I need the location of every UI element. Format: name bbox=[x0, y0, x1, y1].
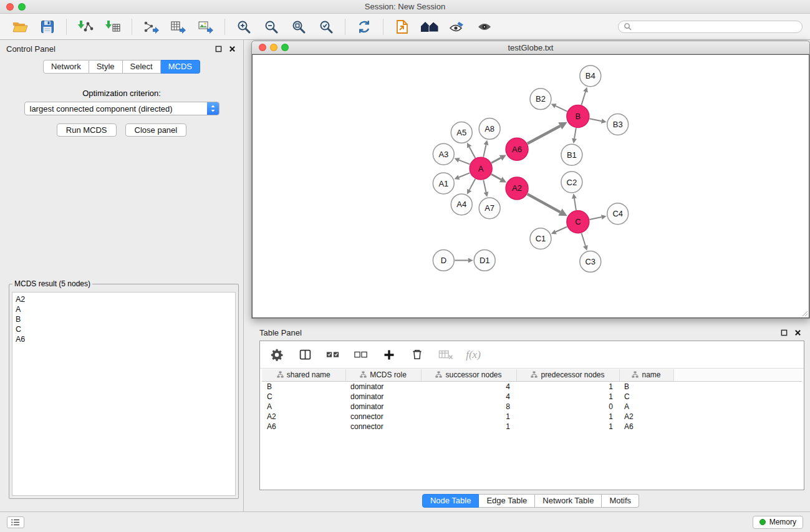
float-panel-icon[interactable] bbox=[214, 44, 223, 54]
table-row[interactable]: Adominator80A bbox=[262, 402, 802, 412]
mcds-result-item[interactable]: C bbox=[16, 324, 232, 334]
open-session-button[interactable] bbox=[6, 16, 34, 37]
table-settings-button[interactable] bbox=[268, 346, 286, 364]
network-canvas[interactable]: B4B2BB3A5A8A6B1A3AC2A1A2A4A7C1CC4C3DD1 bbox=[252, 54, 809, 318]
close-table-panel-icon[interactable] bbox=[793, 328, 803, 337]
zoom-in-button[interactable] bbox=[230, 16, 258, 37]
table-cell[interactable]: 0 bbox=[516, 402, 619, 412]
criterion-dropdown[interactable]: largest connected component (directed) bbox=[24, 102, 219, 115]
table-cell[interactable]: 4 bbox=[421, 381, 516, 392]
table-row[interactable]: A6connector11A6 bbox=[262, 422, 802, 432]
graph-edge-A-A7[interactable] bbox=[483, 180, 486, 192]
table-cell[interactable]: dominator bbox=[345, 392, 421, 402]
mcds-result-item[interactable]: A bbox=[16, 304, 232, 314]
graph-edge-A-A5[interactable] bbox=[470, 147, 476, 158]
graph-edge-C-C1[interactable] bbox=[556, 226, 567, 231]
table-cell[interactable]: 1 bbox=[516, 412, 619, 422]
table-cell[interactable]: 4 bbox=[421, 392, 516, 402]
graph-edge-A-A3[interactable] bbox=[459, 160, 470, 165]
mcds-result-list[interactable]: A2ABCA6 bbox=[12, 292, 236, 496]
import-table-button[interactable] bbox=[99, 16, 127, 37]
tab-select[interactable]: Select bbox=[123, 60, 161, 74]
tab-motifs[interactable]: Motifs bbox=[602, 494, 639, 508]
table-row[interactable]: Cdominator41C bbox=[262, 392, 802, 402]
tab-network[interactable]: Network bbox=[43, 60, 89, 74]
export-network-button[interactable] bbox=[137, 16, 165, 37]
table-cell[interactable]: dominator bbox=[345, 402, 421, 412]
table-cell[interactable]: 1 bbox=[516, 381, 619, 392]
table-cell[interactable]: 8 bbox=[421, 402, 516, 412]
graph-edge-A-A4[interactable] bbox=[470, 179, 476, 190]
export-image-button[interactable] bbox=[192, 16, 219, 37]
resize-grip-icon[interactable] bbox=[801, 309, 808, 317]
annotation-mode-button[interactable] bbox=[443, 16, 471, 37]
table-cell[interactable]: connector bbox=[345, 412, 421, 422]
memory-button[interactable]: Memory bbox=[753, 516, 803, 529]
zoom-out-button[interactable] bbox=[258, 16, 285, 37]
table-cell[interactable]: A2 bbox=[619, 412, 673, 422]
column-header-MCDS-role[interactable]: MCDS role bbox=[345, 369, 421, 381]
mcds-result-item[interactable]: A2 bbox=[16, 294, 232, 304]
graph-edge-A-A1[interactable] bbox=[459, 173, 470, 177]
table-cell[interactable]: A6 bbox=[262, 422, 345, 432]
zoom-selected-button[interactable] bbox=[312, 16, 340, 37]
delete-column-button[interactable] bbox=[408, 346, 427, 364]
column-header-shared-name[interactable]: shared name bbox=[262, 369, 345, 381]
table-cell[interactable]: 1 bbox=[516, 392, 619, 402]
table-cell[interactable]: B bbox=[262, 381, 345, 392]
import-network-button[interactable] bbox=[72, 16, 99, 37]
mcds-result-item[interactable]: A6 bbox=[16, 334, 232, 344]
tab-edge-table[interactable]: Edge Table bbox=[479, 494, 535, 508]
node-table-scroll-area[interactable]: shared nameMCDS rolesuccessor nodesprede… bbox=[262, 369, 802, 488]
column-browser-button[interactable] bbox=[296, 346, 314, 364]
graph-edge-B-B1[interactable] bbox=[574, 128, 576, 138]
select-all-columns-button[interactable] bbox=[324, 346, 342, 364]
network-overview-button[interactable] bbox=[416, 16, 443, 37]
graph-edge-C-C2[interactable] bbox=[574, 198, 576, 210]
network-window-titlebar[interactable]: testGlobe.txt bbox=[252, 41, 809, 54]
close-panel-icon[interactable] bbox=[228, 44, 237, 54]
search-box[interactable] bbox=[618, 21, 803, 33]
show-graphics-details-button[interactable] bbox=[471, 16, 498, 37]
tab-style[interactable]: Style bbox=[89, 60, 123, 74]
table-cell[interactable]: A6 bbox=[619, 422, 673, 432]
float-table-panel-icon[interactable] bbox=[779, 328, 789, 337]
mcds-result-item[interactable]: B bbox=[16, 314, 232, 324]
graph-edge-B-B3[interactable] bbox=[589, 118, 601, 121]
table-cell[interactable]: A2 bbox=[262, 412, 345, 422]
deselect-all-columns-button[interactable] bbox=[352, 346, 370, 364]
table-cell[interactable]: connector bbox=[345, 422, 421, 432]
close-panel-button[interactable]: Close panel bbox=[125, 123, 187, 137]
tab-mcds[interactable]: MCDS bbox=[161, 60, 200, 74]
tab-network-table[interactable]: Network Table bbox=[535, 494, 602, 508]
table-cell[interactable]: A bbox=[262, 402, 345, 412]
graph-edge-C-C3[interactable] bbox=[581, 233, 585, 246]
graph-edge-C-C4[interactable] bbox=[589, 217, 601, 220]
create-column-button[interactable] bbox=[380, 346, 398, 364]
table-cell[interactable]: 1 bbox=[516, 422, 619, 432]
zoom-fit-button[interactable] bbox=[285, 16, 312, 37]
graph-edge-A-A6[interactable] bbox=[491, 158, 501, 163]
save-session-button[interactable] bbox=[34, 16, 61, 37]
table-cell[interactable]: C bbox=[262, 392, 345, 402]
task-history-button[interactable] bbox=[7, 516, 24, 528]
table-cell[interactable]: 1 bbox=[421, 422, 516, 432]
column-header-name[interactable]: name bbox=[619, 369, 673, 381]
graph-edge-A6-B[interactable] bbox=[528, 126, 561, 143]
function-builder-button[interactable]: f(x) bbox=[464, 346, 483, 364]
graph-edge-B-B4[interactable] bbox=[581, 92, 586, 105]
network-graph[interactable]: B4B2BB3A5A8A6B1A3AC2A1A2A4A7C1CC4C3DD1 bbox=[253, 55, 809, 317]
graph-edge-A-A2[interactable] bbox=[491, 174, 501, 180]
refresh-layout-button[interactable] bbox=[350, 16, 378, 37]
open-network-file-button[interactable] bbox=[388, 16, 416, 37]
run-mcds-button[interactable]: Run MCDS bbox=[57, 123, 117, 137]
table-row[interactable]: Bdominator41B bbox=[262, 381, 802, 392]
table-cell[interactable]: B bbox=[619, 381, 673, 392]
tab-node-table[interactable]: Node Table bbox=[422, 494, 480, 508]
export-table-button[interactable] bbox=[165, 16, 192, 37]
column-header-successor-nodes[interactable]: successor nodes bbox=[421, 369, 516, 381]
graph-edge-B-B2[interactable] bbox=[556, 106, 567, 112]
table-cell[interactable]: dominator bbox=[345, 381, 421, 392]
table-cell[interactable]: 1 bbox=[421, 412, 516, 422]
table-cell[interactable]: A bbox=[619, 402, 673, 412]
